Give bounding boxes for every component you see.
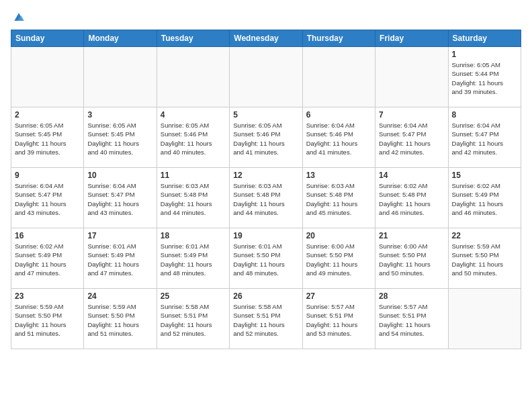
logo-icon (12, 11, 26, 24)
calendar-cell: 11Sunrise: 6:03 AM Sunset: 5:48 PM Dayli… (157, 168, 229, 228)
calendar-cell: 17Sunrise: 6:01 AM Sunset: 5:49 PM Dayli… (84, 228, 157, 289)
weekday-header-monday: Monday (84, 30, 157, 47)
day-info: Sunrise: 6:04 AM Sunset: 5:47 PM Dayligh… (87, 181, 152, 217)
calendar-cell: 19Sunrise: 6:01 AM Sunset: 5:50 PM Dayli… (230, 228, 302, 289)
weekday-header-tuesday: Tuesday (157, 30, 229, 47)
calendar-cell (230, 47, 302, 107)
calendar-cell: 5Sunrise: 6:05 AM Sunset: 5:46 PM Daylig… (230, 107, 302, 168)
day-info: Sunrise: 6:05 AM Sunset: 5:44 PM Dayligh… (452, 60, 517, 96)
day-info: Sunrise: 6:05 AM Sunset: 5:45 PM Dayligh… (87, 121, 152, 156)
calendar-cell: 25Sunrise: 5:58 AM Sunset: 5:51 PM Dayli… (157, 289, 229, 349)
calendar-cell: 14Sunrise: 6:02 AM Sunset: 5:48 PM Dayli… (375, 168, 448, 228)
day-info: Sunrise: 5:59 AM Sunset: 5:50 PM Dayligh… (452, 242, 517, 277)
day-info: Sunrise: 6:03 AM Sunset: 5:48 PM Dayligh… (161, 181, 226, 217)
day-info: Sunrise: 6:00 AM Sunset: 5:50 PM Dayligh… (306, 242, 371, 277)
calendar-header-row: SundayMondayTuesdayWednesdayThursdayFrid… (11, 30, 521, 47)
day-number: 3 (87, 110, 152, 120)
day-number: 15 (452, 171, 517, 180)
day-number: 16 (15, 231, 80, 240)
day-info: Sunrise: 6:01 AM Sunset: 5:49 PM Dayligh… (161, 242, 226, 277)
day-number: 28 (379, 291, 444, 301)
weekday-header-friday: Friday (375, 30, 448, 47)
day-number: 7 (379, 110, 444, 120)
day-info: Sunrise: 6:02 AM Sunset: 5:48 PM Dayligh… (379, 181, 444, 217)
calendar-cell: 23Sunrise: 5:59 AM Sunset: 5:50 PM Dayli… (11, 289, 84, 349)
calendar-week-4: 16Sunrise: 6:02 AM Sunset: 5:49 PM Dayli… (11, 228, 521, 289)
calendar-cell: 15Sunrise: 6:02 AM Sunset: 5:49 PM Dayli… (448, 168, 521, 228)
day-info: Sunrise: 6:00 AM Sunset: 5:50 PM Dayligh… (379, 242, 444, 277)
day-number: 19 (233, 231, 298, 240)
day-number: 11 (161, 171, 226, 180)
day-number: 1 (452, 50, 517, 59)
calendar-cell: 16Sunrise: 6:02 AM Sunset: 5:49 PM Dayli… (11, 228, 84, 289)
day-number: 8 (452, 110, 517, 120)
weekday-header-thursday: Thursday (302, 30, 375, 47)
day-info: Sunrise: 5:57 AM Sunset: 5:51 PM Dayligh… (306, 302, 371, 338)
day-number: 18 (161, 231, 226, 240)
day-info: Sunrise: 5:58 AM Sunset: 5:51 PM Dayligh… (161, 302, 226, 338)
calendar-cell: 2Sunrise: 6:05 AM Sunset: 5:45 PM Daylig… (11, 107, 84, 168)
day-number: 23 (15, 291, 80, 301)
day-number: 14 (379, 171, 444, 180)
day-info: Sunrise: 6:05 AM Sunset: 5:46 PM Dayligh… (161, 121, 226, 156)
weekday-header-sunday: Sunday (11, 30, 84, 47)
day-number: 12 (233, 171, 298, 180)
calendar-cell (84, 47, 157, 107)
day-number: 21 (379, 231, 444, 240)
calendar-cell: 1Sunrise: 6:05 AM Sunset: 5:44 PM Daylig… (448, 47, 521, 107)
calendar-cell: 9Sunrise: 6:04 AM Sunset: 5:47 PM Daylig… (11, 168, 84, 228)
calendar-cell: 6Sunrise: 6:04 AM Sunset: 5:46 PM Daylig… (302, 107, 375, 168)
calendar-cell: 21Sunrise: 6:00 AM Sunset: 5:50 PM Dayli… (375, 228, 448, 289)
weekday-header-saturday: Saturday (448, 30, 521, 47)
day-info: Sunrise: 6:04 AM Sunset: 5:47 PM Dayligh… (452, 121, 517, 156)
day-info: Sunrise: 6:03 AM Sunset: 5:48 PM Dayligh… (233, 181, 298, 217)
calendar-cell: 12Sunrise: 6:03 AM Sunset: 5:48 PM Dayli… (230, 168, 302, 228)
calendar-cell: 24Sunrise: 5:59 AM Sunset: 5:50 PM Dayli… (84, 289, 157, 349)
day-info: Sunrise: 5:57 AM Sunset: 5:51 PM Dayligh… (379, 302, 444, 338)
calendar-cell: 10Sunrise: 6:04 AM Sunset: 5:47 PM Dayli… (84, 168, 157, 228)
day-number: 17 (87, 231, 152, 240)
day-info: Sunrise: 5:59 AM Sunset: 5:50 PM Dayligh… (15, 302, 80, 338)
day-number: 22 (452, 231, 517, 240)
calendar-cell: 28Sunrise: 5:57 AM Sunset: 5:51 PM Dayli… (375, 289, 448, 349)
day-number: 13 (306, 171, 371, 180)
calendar-week-5: 23Sunrise: 5:59 AM Sunset: 5:50 PM Dayli… (11, 289, 521, 349)
logo (11, 11, 26, 24)
calendar-week-3: 9Sunrise: 6:04 AM Sunset: 5:47 PM Daylig… (11, 168, 521, 228)
calendar-cell (11, 47, 84, 107)
day-info: Sunrise: 5:58 AM Sunset: 5:51 PM Dayligh… (233, 302, 298, 338)
calendar-cell: 7Sunrise: 6:04 AM Sunset: 5:47 PM Daylig… (375, 107, 448, 168)
calendar-cell (157, 47, 229, 107)
calendar-cell: 20Sunrise: 6:00 AM Sunset: 5:50 PM Dayli… (302, 228, 375, 289)
day-info: Sunrise: 6:02 AM Sunset: 5:49 PM Dayligh… (452, 181, 517, 217)
day-info: Sunrise: 6:04 AM Sunset: 5:47 PM Dayligh… (15, 181, 80, 217)
day-number: 5 (233, 110, 298, 120)
day-info: Sunrise: 6:04 AM Sunset: 5:47 PM Dayligh… (379, 121, 444, 156)
day-number: 25 (161, 291, 226, 301)
calendar-table: SundayMondayTuesdayWednesdayThursdayFrid… (11, 30, 521, 349)
day-number: 20 (306, 231, 371, 240)
day-info: Sunrise: 6:03 AM Sunset: 5:48 PM Dayligh… (306, 181, 371, 217)
calendar-cell (302, 47, 375, 107)
calendar-cell: 8Sunrise: 6:04 AM Sunset: 5:47 PM Daylig… (448, 107, 521, 168)
day-info: Sunrise: 6:02 AM Sunset: 5:49 PM Dayligh… (15, 242, 80, 277)
calendar-week-1: 1Sunrise: 6:05 AM Sunset: 5:44 PM Daylig… (11, 47, 521, 107)
day-number: 27 (306, 291, 371, 301)
calendar-cell: 27Sunrise: 5:57 AM Sunset: 5:51 PM Dayli… (302, 289, 375, 349)
day-info: Sunrise: 6:05 AM Sunset: 5:46 PM Dayligh… (233, 121, 298, 156)
day-number: 6 (306, 110, 371, 120)
day-number: 4 (161, 110, 226, 120)
calendar-cell (375, 47, 448, 107)
calendar-cell: 3Sunrise: 6:05 AM Sunset: 5:45 PM Daylig… (84, 107, 157, 168)
day-info: Sunrise: 5:59 AM Sunset: 5:50 PM Dayligh… (87, 302, 152, 338)
day-number: 2 (15, 110, 80, 120)
day-info: Sunrise: 6:05 AM Sunset: 5:45 PM Dayligh… (15, 121, 80, 156)
calendar-week-2: 2Sunrise: 6:05 AM Sunset: 5:45 PM Daylig… (11, 107, 521, 168)
page-header (11, 11, 521, 24)
day-info: Sunrise: 6:01 AM Sunset: 5:49 PM Dayligh… (87, 242, 152, 277)
calendar-cell: 18Sunrise: 6:01 AM Sunset: 5:49 PM Dayli… (157, 228, 229, 289)
calendar-cell (448, 289, 521, 349)
calendar-cell: 13Sunrise: 6:03 AM Sunset: 5:48 PM Dayli… (302, 168, 375, 228)
day-number: 10 (87, 171, 152, 180)
weekday-header-wednesday: Wednesday (230, 30, 302, 47)
